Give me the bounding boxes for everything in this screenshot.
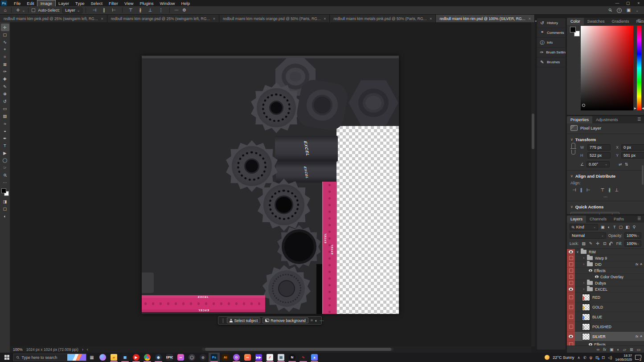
expand-dock-icon[interactable]: « — [535, 19, 537, 23]
microphone-icon[interactable]: ψ — [590, 355, 592, 360]
panel-menu-icon[interactable]: ☰ — [637, 117, 643, 122]
menu-item[interactable]: File — [11, 0, 24, 6]
close-tab-icon[interactable]: × — [324, 16, 326, 21]
panel-tab[interactable]: Properties — [567, 116, 592, 123]
layer-row[interactable]: POLISHED — [567, 322, 644, 332]
foreground-color-swatch[interactable] — [570, 27, 576, 33]
search-icon[interactable]: ⚲ — [606, 6, 615, 15]
layer-visibility-cell[interactable] — [567, 255, 575, 261]
color-cursor[interactable] — [582, 104, 585, 107]
layer-visibility-cell[interactable] — [567, 274, 575, 280]
hue-slider[interactable] — [637, 26, 641, 110]
layer-name[interactable]: Effects — [594, 268, 606, 273]
menu-item[interactable]: Layer — [55, 0, 72, 6]
foreground-color-swatch[interactable] — [1, 188, 6, 193]
layer-visibility-cell[interactable] — [567, 332, 575, 342]
layer-thumbnail[interactable] — [582, 294, 590, 301]
close-button[interactable]: × — [633, 0, 644, 6]
type-filter-icon[interactable]: T — [612, 225, 617, 229]
horizontal-scrollbar-thumb[interactable] — [205, 348, 391, 351]
opacity-dropdown[interactable]: 100% ⌄ — [624, 232, 641, 239]
panel-menu-icon[interactable]: ☰ — [637, 19, 643, 23]
layer-row-body[interactable]: POLISHED — [575, 322, 644, 332]
layer-thumbnail[interactable] — [582, 323, 590, 330]
group-caret-icon[interactable]: › — [582, 287, 586, 291]
layer-row-body[interactable]: SILVER fx ˄ — [575, 332, 644, 342]
layer-fx-badge[interactable]: fx ˄ — [636, 334, 644, 338]
group-caret-icon[interactable]: ∨ — [576, 250, 579, 254]
layer-row[interactable]: › Warp 9 — [567, 255, 644, 261]
height-field[interactable]: 522 px — [587, 152, 611, 159]
quick-actions-header[interactable]: ∨ Quick Actions — [567, 202, 644, 211]
hidden-icons-chevron[interactable]: ∧ — [577, 355, 580, 360]
layer-visibility-cell[interactable] — [567, 268, 575, 274]
crop-icon[interactable]: ⌗ — [311, 318, 313, 323]
y-field[interactable]: 501 px — [621, 152, 644, 159]
x-field[interactable]: 0 px — [621, 144, 644, 150]
layer-thumbnail[interactable] — [582, 304, 590, 311]
smudge-tool[interactable]: ≈ — [1, 120, 9, 127]
layer-row-body[interactable]: GOLD — [575, 302, 644, 312]
move-tool-icon[interactable]: ✛ — [15, 7, 21, 14]
shape-filter-icon[interactable]: ▢ — [618, 225, 623, 229]
align-bottom-icon[interactable]: ⊥ — [147, 7, 154, 14]
weather-text[interactable]: 22°C Sunny — [553, 355, 574, 360]
group-caret-icon[interactable]: › — [582, 281, 586, 285]
align-middle-icon[interactable]: ∦ — [138, 7, 143, 14]
eye-hidden-box[interactable] — [569, 315, 573, 319]
vertical-scrollbar[interactable] — [531, 22, 535, 346]
pixel-filter-icon[interactable]: ▣ — [600, 225, 606, 229]
eye-hidden-box[interactable] — [569, 281, 573, 285]
more-icon[interactable]: ⋯ — [320, 318, 324, 323]
weather-sun-icon[interactable] — [545, 355, 550, 360]
more-options-icon[interactable]: ⋯ — [173, 7, 180, 14]
menu-item[interactable]: View — [121, 0, 136, 6]
dock-history[interactable]: ↺ History — [537, 18, 566, 28]
fx-collapse-icon[interactable]: ˄ — [640, 334, 642, 338]
layer-row-body[interactable]: BLUE — [575, 312, 644, 322]
dock-brushes[interactable]: ✎ Brushes — [537, 57, 566, 67]
start-button[interactable] — [0, 353, 13, 362]
healing-brush-tool[interactable]: ✚ — [1, 75, 9, 83]
drag-handle[interactable]: ❘ — [221, 318, 225, 323]
taskbar-copilot[interactable] — [97, 353, 108, 362]
edit-toolbar-icon[interactable]: ⋯ — [1, 179, 9, 186]
document-tab[interactable]: redbull miami ktm metals orange.psd @ 50… — [219, 15, 330, 22]
eye-hidden-box[interactable] — [569, 262, 573, 266]
hue-marker-left[interactable]: ▶ — [634, 106, 636, 110]
group-caret-icon[interactable]: › — [582, 256, 586, 260]
status-prev-icon[interactable]: ‹ — [87, 347, 88, 352]
zoom-tool[interactable]: ⚲ — [1, 171, 9, 179]
panel-tab[interactable]: Paths — [610, 216, 628, 223]
move-tool[interactable]: ✛ — [1, 24, 9, 31]
panel-tab[interactable]: Gradients — [608, 18, 633, 25]
color-gradient-field[interactable] — [581, 26, 633, 110]
menu-item[interactable]: Image — [37, 0, 55, 6]
adjustment-layer-icon[interactable]: ◐ — [617, 347, 619, 352]
chevron-down-icon[interactable]: ⌄ — [22, 8, 25, 12]
smart-filter-icon[interactable]: ◧ — [625, 225, 631, 229]
remove-background-button[interactable]: Remove background — [263, 317, 308, 323]
align-middle-icon[interactable]: ∦ — [608, 187, 611, 192]
align-center-h-icon[interactable]: ∥ — [102, 7, 107, 14]
view-extras-icon[interactable]: ◐ — [1, 212, 9, 220]
taskbar-search[interactable]: ⚲ Type here to search — [13, 354, 86, 361]
panel-tab[interactable]: Adjustments — [592, 116, 622, 123]
fg-bg-swatches[interactable] — [570, 27, 580, 37]
fill-dropdown[interactable]: 100% ⌄ — [624, 240, 641, 247]
eye-hidden-box[interactable] — [569, 268, 573, 273]
layer-visibility-cell[interactable] — [567, 286, 575, 293]
chevron-down-icon[interactable]: ⌄ — [636, 8, 639, 12]
eye-hidden-box[interactable] — [569, 305, 573, 309]
news-thumbnail[interactable] — [67, 354, 86, 361]
restore-button[interactable]: ▢ — [623, 0, 633, 6]
gradient-tool[interactable]: ▤ — [1, 112, 9, 120]
workspace-icon[interactable]: ▣ — [625, 7, 632, 14]
taskbar-g-circle[interactable]: G — [231, 353, 242, 362]
layer-row[interactable]: ∨ RIM — [567, 249, 644, 255]
document-canvas[interactable]: EXCEL EXCEL EXCEL EXCEL — [142, 56, 399, 314]
document-tab[interactable]: redbull miami ktm orange.psd @ 25% (swin… — [107, 15, 219, 22]
eye-icon[interactable] — [569, 250, 573, 253]
taskbar-gray-ring[interactable]: ◯ — [186, 353, 197, 362]
layer-visibility-cell[interactable] — [567, 312, 575, 322]
